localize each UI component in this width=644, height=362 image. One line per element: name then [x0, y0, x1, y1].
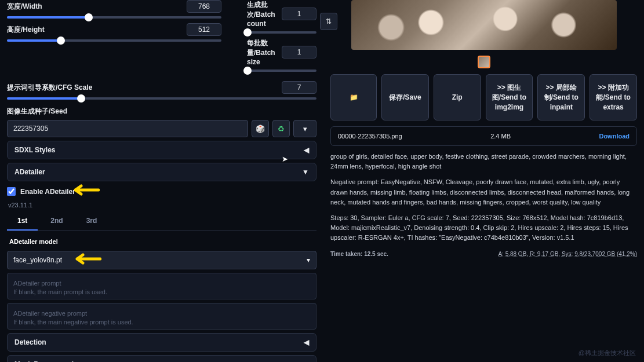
batch-size-label: 每批数量/Batch size: [247, 38, 282, 66]
generation-neg-prompt: Negative prompt: EasyNegative, NSFW, Cle…: [330, 177, 637, 207]
vram-info: A: 5.88 GB, R: 9.17 GB, Sys: 9.8/23.7002…: [498, 251, 637, 257]
time-taken: Time taken: 12.5 sec.: [330, 251, 388, 257]
save-button[interactable]: 保存/Save: [381, 74, 429, 120]
chevron-down-icon: ▼: [302, 168, 309, 176]
mask-preprocessing-accordion[interactable]: Mask Preprocessing◀: [7, 355, 316, 362]
enable-adetailer-checkbox[interactable]: [7, 187, 16, 196]
send-to-inpaint-button[interactable]: >> 局部绘制/Send to inpaint: [537, 74, 585, 120]
sdxl-styles-accordion[interactable]: SDXL Styles◀: [7, 141, 316, 159]
random-seed-button[interactable]: 🎲: [252, 120, 269, 137]
adetailer-accordion[interactable]: ADetailer▼: [7, 163, 316, 181]
cfg-slider[interactable]: [7, 97, 316, 100]
cfg-value[interactable]: 7: [282, 81, 316, 94]
height-value[interactable]: 512: [187, 23, 221, 36]
height-slider[interactable]: [7, 39, 221, 42]
adetailer-version: v23.11.1: [7, 202, 316, 209]
batch-count-label: 生成批次/Batch count: [247, 0, 282, 28]
output-thumbnail[interactable]: [478, 56, 490, 68]
generation-prompt: group of girls, detailed face, upper bod…: [330, 152, 637, 171]
chevron-left-icon: ◀: [304, 146, 309, 154]
zip-button[interactable]: Zip: [434, 74, 481, 120]
open-folder-button[interactable]: 📁: [330, 74, 377, 120]
reuse-seed-button[interactable]: ♻: [272, 120, 290, 137]
batch-size-slider[interactable]: [247, 70, 316, 72]
folder-icon: 📁: [350, 93, 358, 103]
batch-count-value[interactable]: 1: [282, 8, 316, 20]
adetailer-prompt-input[interactable]: ADetailer prompt If blank, the main prom…: [7, 273, 316, 299]
download-link[interactable]: Download: [599, 133, 630, 140]
width-slider[interactable]: [7, 16, 221, 19]
width-label: 宽度/Width: [7, 2, 42, 12]
chevron-down-icon: ▾: [307, 256, 310, 264]
adetailer-model-label: ADetailer model: [9, 238, 316, 245]
batch-count-slider[interactable]: [247, 31, 316, 34]
batch-size-value[interactable]: 1: [282, 46, 316, 58]
width-value[interactable]: 768: [187, 0, 221, 13]
generation-meta: Steps: 30, Sampler: Euler a, CFG scale: …: [330, 213, 637, 243]
cfg-label: 提示词引导系数/CFG Scale: [7, 83, 92, 93]
swap-dimensions-button[interactable]: ⇅: [320, 13, 337, 30]
height-label: 高度/Height: [7, 25, 45, 35]
send-to-img2img-button[interactable]: >> 图生图/Send to img2img: [486, 74, 533, 120]
send-to-extras-button[interactable]: >> 附加功能/Send to extras: [590, 74, 637, 120]
seed-label: 图像生成种子/Seed: [7, 107, 316, 116]
output-filesize: 2.4 MB: [490, 133, 511, 140]
tab-3rd[interactable]: 3rd: [76, 212, 108, 231]
tab-1st[interactable]: 1st: [7, 212, 38, 231]
output-filename: 00000-222357305.png: [338, 133, 402, 140]
chevron-left-icon: ◀: [304, 338, 309, 346]
watermark: @稀土掘金技术社区: [578, 349, 636, 357]
extra-seed-toggle[interactable]: ▾: [293, 120, 316, 137]
tab-2nd[interactable]: 2nd: [40, 212, 73, 231]
adetailer-model-dropdown[interactable]: face_yolov8n.pt▾: [7, 251, 316, 269]
enable-adetailer-label: Enable ADetailer: [20, 188, 75, 196]
output-image[interactable]: [351, 0, 617, 50]
seed-input[interactable]: [7, 120, 248, 137]
adetailer-neg-prompt-input[interactable]: ADetailer negative prompt If blank, the …: [7, 303, 316, 330]
detection-accordion[interactable]: Detection◀: [7, 333, 316, 352]
